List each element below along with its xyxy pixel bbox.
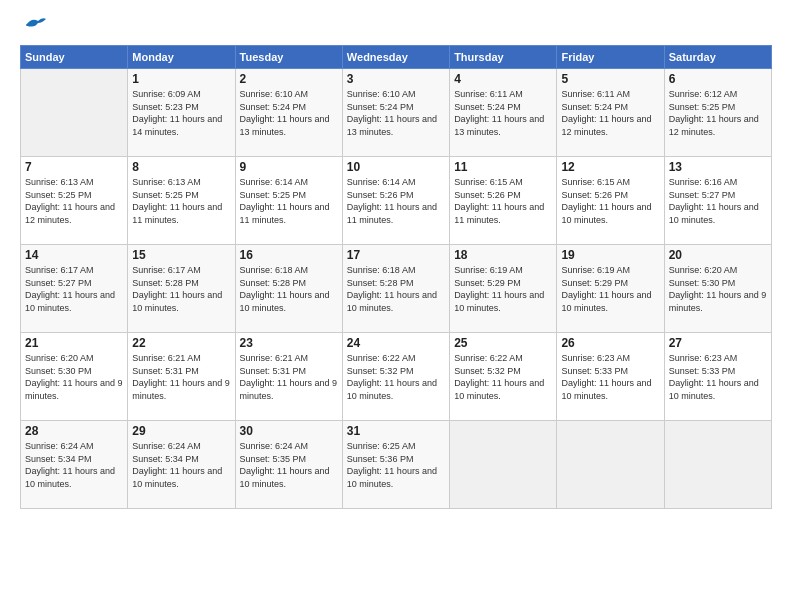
weekday-wednesday: Wednesday [342,46,449,69]
weekday-header-row: SundayMondayTuesdayWednesdayThursdayFrid… [21,46,772,69]
day-number: 26 [561,336,659,350]
day-number: 16 [240,248,338,262]
weekday-tuesday: Tuesday [235,46,342,69]
day-info: Sunrise: 6:17 AM Sunset: 5:27 PM Dayligh… [25,264,123,314]
day-number: 29 [132,424,230,438]
calendar-cell [664,421,771,509]
day-number: 21 [25,336,123,350]
calendar-table: SundayMondayTuesdayWednesdayThursdayFrid… [20,45,772,509]
week-row-3: 14 Sunrise: 6:17 AM Sunset: 5:27 PM Dayl… [21,245,772,333]
day-info: Sunrise: 6:19 AM Sunset: 5:29 PM Dayligh… [454,264,552,314]
day-number: 17 [347,248,445,262]
day-info: Sunrise: 6:16 AM Sunset: 5:27 PM Dayligh… [669,176,767,226]
calendar-cell: 24 Sunrise: 6:22 AM Sunset: 5:32 PM Dayl… [342,333,449,421]
day-info: Sunrise: 6:23 AM Sunset: 5:33 PM Dayligh… [669,352,767,402]
day-number: 1 [132,72,230,86]
day-number: 6 [669,72,767,86]
calendar-cell: 7 Sunrise: 6:13 AM Sunset: 5:25 PM Dayli… [21,157,128,245]
calendar-cell [21,69,128,157]
day-number: 31 [347,424,445,438]
day-info: Sunrise: 6:20 AM Sunset: 5:30 PM Dayligh… [669,264,767,314]
day-number: 8 [132,160,230,174]
calendar-cell: 16 Sunrise: 6:18 AM Sunset: 5:28 PM Dayl… [235,245,342,333]
day-info: Sunrise: 6:14 AM Sunset: 5:25 PM Dayligh… [240,176,338,226]
calendar-cell: 27 Sunrise: 6:23 AM Sunset: 5:33 PM Dayl… [664,333,771,421]
calendar-cell: 18 Sunrise: 6:19 AM Sunset: 5:29 PM Dayl… [450,245,557,333]
day-info: Sunrise: 6:21 AM Sunset: 5:31 PM Dayligh… [132,352,230,402]
day-info: Sunrise: 6:24 AM Sunset: 5:34 PM Dayligh… [132,440,230,490]
day-number: 18 [454,248,552,262]
calendar-cell: 11 Sunrise: 6:15 AM Sunset: 5:26 PM Dayl… [450,157,557,245]
day-info: Sunrise: 6:12 AM Sunset: 5:25 PM Dayligh… [669,88,767,138]
day-info: Sunrise: 6:11 AM Sunset: 5:24 PM Dayligh… [561,88,659,138]
weekday-friday: Friday [557,46,664,69]
calendar-cell: 13 Sunrise: 6:16 AM Sunset: 5:27 PM Dayl… [664,157,771,245]
day-info: Sunrise: 6:24 AM Sunset: 5:35 PM Dayligh… [240,440,338,490]
logo [20,15,46,35]
calendar-cell [557,421,664,509]
day-info: Sunrise: 6:24 AM Sunset: 5:34 PM Dayligh… [25,440,123,490]
day-number: 7 [25,160,123,174]
calendar-cell: 15 Sunrise: 6:17 AM Sunset: 5:28 PM Dayl… [128,245,235,333]
page: SundayMondayTuesdayWednesdayThursdayFrid… [0,0,792,612]
day-info: Sunrise: 6:10 AM Sunset: 5:24 PM Dayligh… [240,88,338,138]
day-number: 13 [669,160,767,174]
calendar-cell: 28 Sunrise: 6:24 AM Sunset: 5:34 PM Dayl… [21,421,128,509]
calendar-cell: 8 Sunrise: 6:13 AM Sunset: 5:25 PM Dayli… [128,157,235,245]
day-number: 5 [561,72,659,86]
day-number: 4 [454,72,552,86]
day-number: 3 [347,72,445,86]
day-number: 14 [25,248,123,262]
calendar-cell: 20 Sunrise: 6:20 AM Sunset: 5:30 PM Dayl… [664,245,771,333]
week-row-2: 7 Sunrise: 6:13 AM Sunset: 5:25 PM Dayli… [21,157,772,245]
day-info: Sunrise: 6:22 AM Sunset: 5:32 PM Dayligh… [454,352,552,402]
day-info: Sunrise: 6:14 AM Sunset: 5:26 PM Dayligh… [347,176,445,226]
day-info: Sunrise: 6:13 AM Sunset: 5:25 PM Dayligh… [132,176,230,226]
day-info: Sunrise: 6:15 AM Sunset: 5:26 PM Dayligh… [561,176,659,226]
day-number: 25 [454,336,552,350]
day-number: 15 [132,248,230,262]
weekday-monday: Monday [128,46,235,69]
calendar-cell: 19 Sunrise: 6:19 AM Sunset: 5:29 PM Dayl… [557,245,664,333]
day-info: Sunrise: 6:19 AM Sunset: 5:29 PM Dayligh… [561,264,659,314]
calendar-cell: 9 Sunrise: 6:14 AM Sunset: 5:25 PM Dayli… [235,157,342,245]
day-info: Sunrise: 6:11 AM Sunset: 5:24 PM Dayligh… [454,88,552,138]
calendar-cell: 30 Sunrise: 6:24 AM Sunset: 5:35 PM Dayl… [235,421,342,509]
day-info: Sunrise: 6:22 AM Sunset: 5:32 PM Dayligh… [347,352,445,402]
day-number: 23 [240,336,338,350]
calendar-cell: 23 Sunrise: 6:21 AM Sunset: 5:31 PM Dayl… [235,333,342,421]
day-info: Sunrise: 6:18 AM Sunset: 5:28 PM Dayligh… [240,264,338,314]
calendar-cell: 22 Sunrise: 6:21 AM Sunset: 5:31 PM Dayl… [128,333,235,421]
calendar-cell: 14 Sunrise: 6:17 AM Sunset: 5:27 PM Dayl… [21,245,128,333]
day-number: 22 [132,336,230,350]
calendar-cell: 26 Sunrise: 6:23 AM Sunset: 5:33 PM Dayl… [557,333,664,421]
calendar-cell: 31 Sunrise: 6:25 AM Sunset: 5:36 PM Dayl… [342,421,449,509]
day-info: Sunrise: 6:21 AM Sunset: 5:31 PM Dayligh… [240,352,338,402]
calendar-cell: 5 Sunrise: 6:11 AM Sunset: 5:24 PM Dayli… [557,69,664,157]
day-number: 12 [561,160,659,174]
day-number: 20 [669,248,767,262]
week-row-4: 21 Sunrise: 6:20 AM Sunset: 5:30 PM Dayl… [21,333,772,421]
day-number: 19 [561,248,659,262]
day-info: Sunrise: 6:18 AM Sunset: 5:28 PM Dayligh… [347,264,445,314]
calendar-cell [450,421,557,509]
day-info: Sunrise: 6:17 AM Sunset: 5:28 PM Dayligh… [132,264,230,314]
header [20,15,772,35]
day-info: Sunrise: 6:20 AM Sunset: 5:30 PM Dayligh… [25,352,123,402]
day-number: 9 [240,160,338,174]
weekday-thursday: Thursday [450,46,557,69]
calendar-cell: 3 Sunrise: 6:10 AM Sunset: 5:24 PM Dayli… [342,69,449,157]
day-info: Sunrise: 6:10 AM Sunset: 5:24 PM Dayligh… [347,88,445,138]
day-info: Sunrise: 6:09 AM Sunset: 5:23 PM Dayligh… [132,88,230,138]
weekday-sunday: Sunday [21,46,128,69]
calendar-cell: 2 Sunrise: 6:10 AM Sunset: 5:24 PM Dayli… [235,69,342,157]
day-info: Sunrise: 6:23 AM Sunset: 5:33 PM Dayligh… [561,352,659,402]
day-number: 2 [240,72,338,86]
calendar-cell: 6 Sunrise: 6:12 AM Sunset: 5:25 PM Dayli… [664,69,771,157]
day-number: 27 [669,336,767,350]
day-info: Sunrise: 6:25 AM Sunset: 5:36 PM Dayligh… [347,440,445,490]
day-number: 28 [25,424,123,438]
calendar-cell: 12 Sunrise: 6:15 AM Sunset: 5:26 PM Dayl… [557,157,664,245]
calendar-cell: 10 Sunrise: 6:14 AM Sunset: 5:26 PM Dayl… [342,157,449,245]
bird-icon [24,15,46,33]
